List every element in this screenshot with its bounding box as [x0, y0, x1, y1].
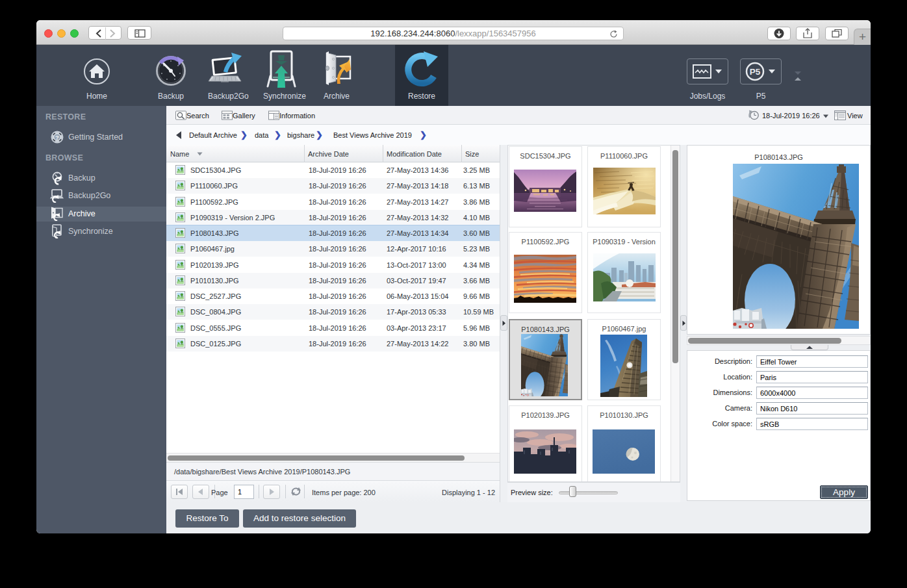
svg-text:?: ? — [55, 134, 59, 141]
svg-text:P5: P5 — [750, 67, 761, 77]
